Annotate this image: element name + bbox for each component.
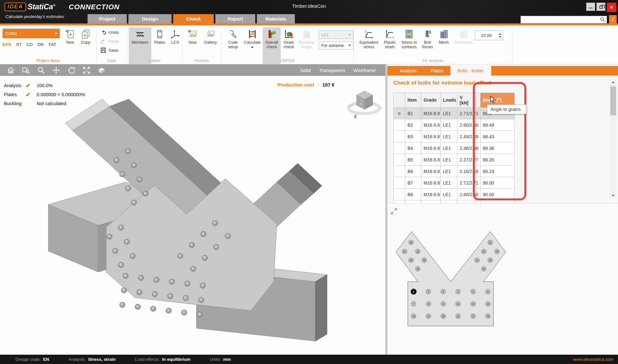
gallery-label: Gallery bbox=[204, 40, 217, 45]
group-project-items: CON1 EPS ST CD DR FAT bbox=[0, 25, 97, 64]
tab-project[interactable]: Project bbox=[88, 14, 127, 23]
search-input[interactable] bbox=[522, 16, 599, 23]
units-label: Units: bbox=[210, 357, 221, 362]
col-v[interactable]: V[kN] bbox=[457, 93, 476, 108]
scroll-down-icon[interactable] bbox=[610, 192, 617, 199]
code-eps[interactable]: EPS bbox=[3, 42, 11, 47]
redo-button[interactable]: Redo bbox=[100, 37, 126, 45]
window-controls: × bbox=[586, 3, 616, 12]
spinner-down-icon[interactable] bbox=[499, 36, 501, 38]
check-heading: Check of bolts for extreme load effect bbox=[393, 80, 491, 86]
solid-view-icon[interactable] bbox=[97, 66, 106, 75]
table-row[interactable]: B2M16 8.8LE12.60/2.6088.49 bbox=[394, 119, 515, 131]
strain-check-icon bbox=[283, 29, 294, 40]
maximize-button[interactable] bbox=[596, 3, 605, 11]
zoom-window-icon[interactable] bbox=[22, 66, 30, 75]
app-window: IDEA StatiCa® CONNECTION Calculate yeste… bbox=[0, 0, 618, 364]
zoom-icon[interactable] bbox=[37, 66, 45, 75]
table-row[interactable]: B8M16 8.8LE12.60/2.6090.00 bbox=[394, 189, 515, 200]
status-label-buckling: Buckling bbox=[4, 101, 26, 106]
view-mode-solid[interactable]: Solid bbox=[300, 68, 311, 73]
col-grade[interactable]: Grade bbox=[421, 93, 441, 108]
table-row[interactable] bbox=[394, 200, 515, 204]
bolt-layout-diagram[interactable]: 1234567891011121314151617181920212223242… bbox=[396, 225, 507, 328]
undo-button[interactable]: Undo bbox=[100, 28, 126, 36]
spinner-up-icon[interactable] bbox=[499, 33, 501, 35]
code-cd[interactable]: CD bbox=[26, 42, 33, 47]
group-fe-analysis: Equivalentstress Plasticstrain bbox=[354, 25, 512, 64]
bolt-forces-icon bbox=[422, 29, 433, 40]
tab-check[interactable]: Check bbox=[173, 14, 214, 23]
svg-text:27: 27 bbox=[403, 250, 406, 253]
spinner-arrows[interactable] bbox=[498, 33, 503, 38]
expand-icon[interactable] bbox=[390, 207, 398, 215]
connection-item-select[interactable]: CON1 bbox=[3, 29, 60, 38]
extreme-filter-select[interactable]: For extreme bbox=[319, 41, 353, 50]
code-fat[interactable]: FAT bbox=[49, 42, 56, 47]
new-picture-label: New bbox=[188, 40, 196, 45]
deformation-scale-spinner[interactable]: 10.00 bbox=[475, 31, 503, 40]
home-view-icon[interactable] bbox=[6, 66, 15, 75]
tab-analysis[interactable]: Analysis bbox=[393, 66, 424, 76]
group-label-cbfem: CBFEM bbox=[221, 59, 353, 63]
tab-plates[interactable]: Plates bbox=[424, 66, 450, 76]
save-button[interactable]: Save bbox=[100, 46, 126, 54]
redo-icon bbox=[100, 38, 107, 44]
production-cost-sep: - bbox=[317, 82, 319, 87]
col-item[interactable]: Item bbox=[405, 93, 421, 108]
check-icon: ✔ bbox=[26, 82, 37, 89]
new-item-button[interactable]: New bbox=[62, 27, 78, 47]
svg-text:2: 2 bbox=[428, 291, 429, 293]
bolt-diagram-panel: 1234567891011121314151617181920212223242… bbox=[388, 203, 618, 355]
idea-logo: IDEA bbox=[5, 3, 26, 11]
tab-report[interactable]: Report bbox=[215, 14, 255, 23]
close-button[interactable]: × bbox=[607, 3, 616, 12]
table-scrollbar[interactable] bbox=[610, 79, 617, 199]
tab-bolts-timber[interactable]: Bolts - timber bbox=[450, 66, 491, 76]
tab-materials[interactable]: Materials bbox=[257, 14, 295, 23]
load-effect-select[interactable]: LE1 bbox=[319, 31, 353, 39]
svg-text:4: 4 bbox=[457, 291, 459, 293]
chevron-down-icon bbox=[348, 45, 351, 46]
scroll-up-icon[interactable] bbox=[610, 79, 617, 85]
analysis-status-block: Analysis ✔ 100.0% Plates ✔ 0.000000 < 5.… bbox=[4, 81, 85, 108]
group-label-project-items: Project items bbox=[0, 59, 97, 63]
table-row[interactable]: B5M16 8.8LE12.27/2.2788.28 bbox=[394, 154, 515, 166]
tab-design[interactable]: Design bbox=[128, 14, 172, 23]
table-row[interactable]: B4M16 8.8LE12.38/2.3888.36 bbox=[394, 142, 515, 154]
extreme-filter-value: For extreme bbox=[321, 43, 344, 48]
code-setup-icon bbox=[228, 29, 239, 40]
strain-check-label-1: Strain bbox=[284, 40, 294, 45]
search-icon[interactable] bbox=[599, 16, 606, 23]
scrollbar-thumb[interactable] bbox=[610, 86, 616, 115]
panel-splitter[interactable] bbox=[385, 64, 388, 355]
table-row[interactable]: B7M16 8.8LE12.71/2.7190.00 bbox=[394, 177, 515, 189]
zoom-fit-icon[interactable] bbox=[82, 66, 91, 75]
table-row[interactable]: B6M16 8.8LE12.16/2.1688.19 bbox=[394, 166, 515, 177]
website-link[interactable]: www.ideastatica.com bbox=[573, 357, 613, 362]
code-st[interactable]: ST bbox=[16, 42, 22, 47]
equivalent-stress-label-1: Equivalent bbox=[360, 40, 378, 45]
undo-label: Undo bbox=[108, 30, 119, 35]
analysis-type-label: Analysis: bbox=[69, 357, 86, 362]
chevron-down-icon bbox=[55, 33, 57, 34]
viewport-3d[interactable]: Solid Transparent Wireframe Analysis ✔ 1… bbox=[0, 64, 385, 355]
svg-text:26: 26 bbox=[410, 259, 412, 261]
minimize-button[interactable] bbox=[586, 3, 595, 11]
copy-item-button[interactable]: Copy bbox=[78, 27, 93, 47]
table-row[interactable]: B3M16 8.8LE12.49/2.4988.43 bbox=[394, 131, 515, 142]
view-mode-transparent[interactable]: Transparent bbox=[319, 68, 345, 73]
design-code-label: Design code: bbox=[15, 357, 41, 362]
col-loads[interactable]: Loads bbox=[441, 93, 457, 108]
view-mode-wireframe[interactable]: Wireframe bbox=[353, 68, 376, 73]
production-cost: Production cost - 107 € bbox=[277, 82, 334, 87]
statusbar-analysis: Analysis: Stress, strain bbox=[69, 357, 116, 362]
chevron-down-icon bbox=[348, 34, 351, 36]
close-icon: × bbox=[610, 4, 613, 11]
pan-icon[interactable] bbox=[52, 66, 61, 75]
navigation-cube[interactable] bbox=[347, 87, 382, 120]
svg-text:29: 29 bbox=[417, 250, 419, 253]
info-button[interactable]: i bbox=[609, 15, 617, 24]
code-dr[interactable]: DR bbox=[38, 42, 44, 47]
rotate-icon[interactable] bbox=[67, 66, 76, 75]
